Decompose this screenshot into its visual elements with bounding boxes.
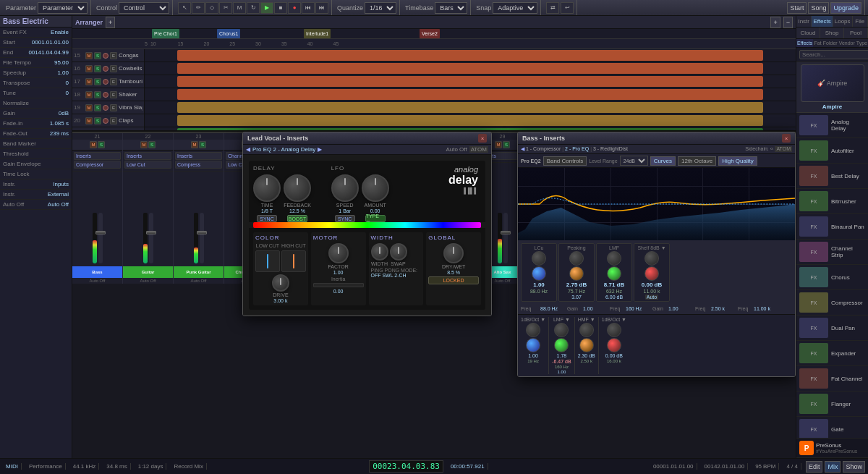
hmf-freq-knob[interactable] bbox=[579, 338, 594, 352]
lfo-sync-btn[interactable]: SYNC bbox=[335, 215, 355, 222]
loop-tool[interactable]: ↻ bbox=[247, 2, 260, 14]
ch-fader[interactable] bbox=[98, 213, 103, 263]
pro-eq-close-btn[interactable]: × bbox=[782, 134, 791, 143]
track-clip[interactable] bbox=[177, 63, 763, 74]
fx-list-item[interactable]: FX Channel Strip bbox=[796, 240, 868, 265]
tab-loops[interactable]: Loops bbox=[833, 16, 853, 27]
arranger-add-btn[interactable]: + bbox=[106, 17, 115, 28]
lmf-q-knob[interactable] bbox=[607, 251, 621, 266]
mute-btn[interactable]: M bbox=[85, 117, 93, 124]
solo-btn[interactable]: S bbox=[94, 78, 101, 85]
rec-btn[interactable] bbox=[103, 66, 109, 72]
fx-list-item[interactable]: FX Best Delay bbox=[796, 164, 868, 189]
inertia-bar[interactable] bbox=[313, 283, 364, 287]
shelf-q-knob[interactable] bbox=[644, 251, 659, 266]
control-dropdown[interactable]: Control bbox=[119, 2, 169, 14]
tab-shop[interactable]: Shop bbox=[820, 27, 844, 38]
speed-knob[interactable] bbox=[331, 174, 359, 202]
fx-list-item[interactable]: FX Expander bbox=[796, 341, 868, 366]
rec-btn[interactable] bbox=[103, 105, 109, 111]
level-range-select[interactable]: 24dB bbox=[620, 156, 648, 166]
track-lane[interactable] bbox=[145, 88, 796, 101]
fx-list-item[interactable]: FX Analog Delay bbox=[796, 113, 868, 138]
swap-knob[interactable] bbox=[390, 243, 407, 261]
tab-instruments[interactable]: Instr bbox=[796, 16, 812, 27]
ch-fader[interactable] bbox=[200, 213, 204, 263]
lmf2-freq-knob[interactable] bbox=[554, 338, 569, 352]
track-clip[interactable] bbox=[177, 89, 763, 100]
track-lane[interactable] bbox=[145, 49, 796, 62]
eq-nav-prev[interactable]: ◀ bbox=[521, 146, 524, 152]
lcu2-freq-knob[interactable] bbox=[526, 338, 540, 352]
ch-mute-btn[interactable]: M bbox=[495, 141, 502, 148]
forward-btn[interactable]: ⏭ bbox=[315, 2, 328, 14]
mix-view-btn[interactable]: Mix bbox=[825, 461, 841, 473]
fx-list-item[interactable]: FX Chorus bbox=[796, 265, 868, 290]
fx-list-item[interactable]: FX Binaural Pan bbox=[796, 214, 868, 240]
monitor-btn[interactable]: E bbox=[110, 104, 117, 111]
subtab-vendor[interactable]: Vendor bbox=[838, 39, 856, 47]
track-clip[interactable] bbox=[177, 50, 763, 61]
analog-delay-close-btn[interactable]: × bbox=[478, 134, 487, 143]
delay-nav-prev[interactable]: ◀ bbox=[246, 146, 250, 153]
low-cut-display[interactable] bbox=[255, 250, 280, 272]
subtab-type[interactable]: Type bbox=[856, 39, 868, 47]
ch-insert-1[interactable]: Inserts bbox=[175, 152, 222, 160]
record-btn[interactable]: ● bbox=[288, 2, 301, 14]
monitor-btn[interactable]: E bbox=[110, 65, 117, 72]
tab-effects[interactable]: Effects bbox=[812, 16, 833, 27]
fx-list-item[interactable]: FX Bitrrusher bbox=[796, 189, 868, 214]
tab-pool[interactable]: Pool bbox=[844, 27, 868, 38]
rec-btn[interactable] bbox=[103, 92, 109, 98]
lcu-freq-knob[interactable] bbox=[532, 266, 546, 281]
fx-list-item[interactable]: FX Dual Pan bbox=[796, 316, 868, 341]
subtab-fat[interactable]: Fat bbox=[813, 39, 822, 47]
loop-toggle-btn[interactable]: ↩ bbox=[561, 2, 574, 14]
solo-btn[interactable]: S bbox=[94, 130, 101, 131]
cut-tool[interactable]: ✂ bbox=[219, 2, 232, 14]
feedback-knob[interactable] bbox=[284, 174, 311, 202]
peaking-freq-knob[interactable] bbox=[569, 266, 584, 281]
solo-btn[interactable]: S bbox=[94, 104, 101, 111]
amount-knob[interactable] bbox=[362, 174, 389, 202]
peaking-q-knob[interactable] bbox=[569, 251, 584, 266]
fx-list-item[interactable]: FX Fat Channel bbox=[796, 366, 868, 392]
high-cut-display[interactable] bbox=[281, 250, 306, 272]
boost-btn[interactable]: BOOST bbox=[287, 215, 307, 222]
ch-insert-2[interactable]: Low Cut bbox=[124, 161, 171, 169]
lmf-freq-knob[interactable] bbox=[607, 266, 621, 281]
lcu2-knob[interactable] bbox=[526, 323, 540, 337]
mute-btn[interactable]: M bbox=[85, 52, 93, 59]
delay-nav-next[interactable]: ▶ bbox=[318, 146, 322, 153]
solo-btn[interactable]: S bbox=[94, 91, 101, 98]
ch-solo-btn[interactable]: S bbox=[199, 141, 206, 148]
quantize-dropdown[interactable]: 1/16 bbox=[365, 2, 396, 14]
hcu-q-knob[interactable] bbox=[607, 323, 621, 337]
monitor-btn[interactable]: E bbox=[110, 91, 117, 98]
track-clip[interactable] bbox=[177, 128, 763, 130]
stop-btn[interactable]: ■ bbox=[274, 2, 287, 14]
mute-tool[interactable]: M bbox=[233, 2, 246, 14]
rewind-btn[interactable]: ⏮ bbox=[302, 2, 315, 14]
ampire-thumb[interactable]: 🎸 Ampire bbox=[801, 64, 864, 102]
mute-btn[interactable]: M bbox=[85, 91, 93, 98]
track-lane[interactable] bbox=[145, 62, 796, 75]
auto-btn[interactable]: Auto bbox=[645, 295, 658, 300]
pointer-tool[interactable]: ↖ bbox=[178, 2, 191, 14]
track-lane[interactable] bbox=[145, 114, 796, 127]
track-clip[interactable] bbox=[177, 76, 763, 87]
factor-knob[interactable] bbox=[328, 243, 349, 263]
lcu-q-knob[interactable] bbox=[532, 251, 546, 266]
shelf-freq-knob[interactable] bbox=[644, 266, 659, 281]
subtab-folder[interactable]: Folder bbox=[822, 39, 838, 47]
tab-file[interactable]: File bbox=[853, 16, 868, 27]
ch-solo-btn[interactable]: S bbox=[148, 141, 156, 148]
monitor-btn[interactable]: E bbox=[110, 52, 117, 59]
ch-mute-btn[interactable]: M bbox=[90, 141, 97, 148]
band-controls-btn[interactable]: Band Controls bbox=[543, 156, 587, 166]
type-btn[interactable]: TYPE ∼ bbox=[365, 215, 386, 222]
pro-eq-titlebar[interactable]: Bass - Inserts × bbox=[518, 132, 795, 145]
ch-mute-btn[interactable]: M bbox=[140, 141, 148, 148]
width-knob[interactable] bbox=[371, 243, 388, 261]
play-btn[interactable]: ▶ bbox=[260, 2, 273, 14]
